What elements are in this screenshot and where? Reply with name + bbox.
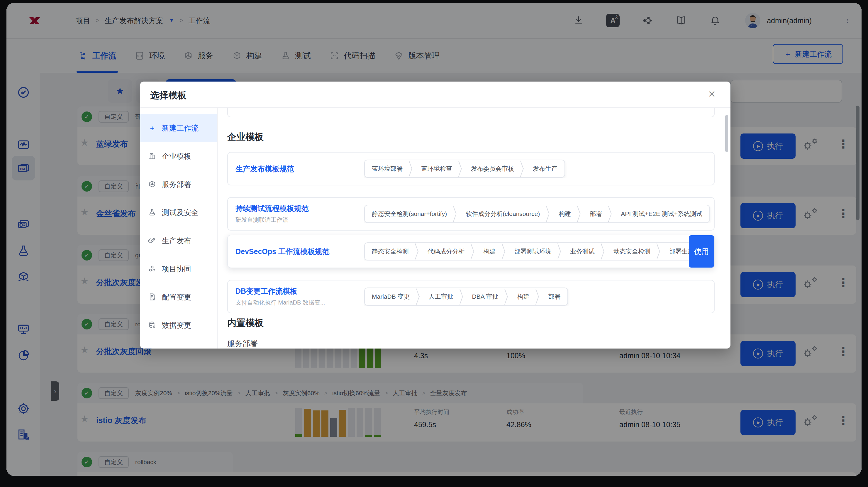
cube-icon	[148, 180, 157, 188]
chevron-separator	[416, 243, 421, 260]
three-circles-icon	[148, 265, 157, 273]
plus-icon: ＋	[148, 123, 157, 133]
chevron-separator	[547, 205, 552, 222]
sidebar-item-service-deploy[interactable]: 服务部署	[140, 170, 217, 198]
template-steps: MariaDB 变更 人工审批 DBA 审批 构建 部署	[364, 287, 714, 306]
sidebar-item-project-collab[interactable]: 项目协同	[140, 255, 217, 283]
chevron-separator	[417, 288, 422, 305]
chevron-separator	[410, 160, 414, 177]
template-description: 支持自动化执行 MariaDB 数据变...	[236, 299, 325, 307]
builtin-template-name[interactable]: 服务部署	[227, 339, 258, 348]
template-card[interactable]: DevSecOps 工作流模板规范 静态安全检测 代码成分分析 构建 部署测试环…	[227, 235, 715, 268]
modal-title: 选择模板	[150, 89, 186, 101]
chevron-separator	[505, 288, 510, 305]
chevron-separator	[609, 205, 614, 222]
sidebar-item-new-workflow[interactable]: ＋ 新建工作流	[140, 114, 217, 142]
use-template-button[interactable]: 使用	[689, 235, 714, 268]
chevron-separator	[521, 160, 526, 177]
database-gear-icon	[148, 321, 157, 329]
template-card[interactable]: 持续测试流程模板规范 研发自测联调工作流 静态安全检测(sonar+fortif…	[227, 197, 715, 231]
chevron-separator	[657, 243, 662, 260]
flask-icon	[148, 208, 157, 216]
template-description: 研发自测联调工作流	[236, 216, 288, 224]
section-builtin-title: 内置模板	[227, 317, 264, 329]
modal-content: 企业模板 生产发布模板规范 蓝环境部署 蓝环境检查 发布委员会审核 发布生产 持…	[218, 108, 731, 348]
template-name-link[interactable]: DevSecOps 工作流模板规范	[236, 247, 330, 256]
building-icon	[148, 152, 157, 160]
template-steps: 静态安全检测 代码成分分析 构建 部署测试环境 业务测试 动态安全检测 部署生产	[364, 242, 714, 261]
chevron-separator	[578, 205, 583, 222]
template-name-link[interactable]: DB变更工作流模板	[236, 286, 297, 296]
select-template-modal: 选择模板 ✕ ＋ 新建工作流 企业模板 服务部署	[140, 82, 731, 348]
sidebar-item-data-change[interactable]: 数据变更	[140, 311, 217, 339]
document-gear-icon	[148, 293, 157, 301]
chevron-separator	[459, 160, 464, 177]
chevron-separator	[454, 205, 459, 222]
template-card-partial	[227, 108, 715, 117]
rocket-cloud-icon	[148, 237, 157, 245]
template-steps: 蓝环境部署 蓝环境检查 发布委员会审核 发布生产	[364, 160, 714, 178]
chevron-separator	[602, 243, 607, 260]
modal-sidebar: ＋ 新建工作流 企业模板 服务部署	[140, 108, 218, 348]
chevron-separator	[536, 288, 541, 305]
template-card[interactable]: 生产发布模板规范 蓝环境部署 蓝环境检查 发布委员会审核 发布生产	[227, 152, 715, 185]
modal-header: 选择模板 ✕	[140, 82, 731, 108]
chevron-separator	[460, 288, 465, 305]
close-icon[interactable]: ✕	[708, 89, 716, 100]
sidebar-item-production-release[interactable]: 生产发布	[140, 226, 217, 255]
section-enterprise-title: 企业模板	[227, 131, 264, 143]
template-name-link[interactable]: 生产发布模板规范	[236, 164, 294, 174]
chevron-separator	[558, 243, 563, 260]
app-window: 项目 > 生产发布解决方案 ▼ > 工作流 A 文	[6, 3, 862, 476]
sidebar-item-config-change[interactable]: 配置变更	[140, 283, 217, 311]
template-name-link[interactable]: 持续测试流程模板规范	[236, 204, 309, 213]
sidebar-item-enterprise-templates[interactable]: 企业模板	[140, 142, 217, 170]
chevron-separator	[503, 243, 507, 260]
template-card[interactable]: DB变更工作流模板 支持自动化执行 MariaDB 数据变... MariaDB…	[227, 280, 715, 313]
modal-scrollbar-thumb[interactable]	[725, 115, 728, 152]
chevron-separator	[471, 243, 476, 260]
sidebar-item-test-security[interactable]: 测试及安全	[140, 198, 217, 226]
template-steps: 静态安全检测(sonar+fortify) 软件成分分析(cleansource…	[364, 205, 714, 223]
